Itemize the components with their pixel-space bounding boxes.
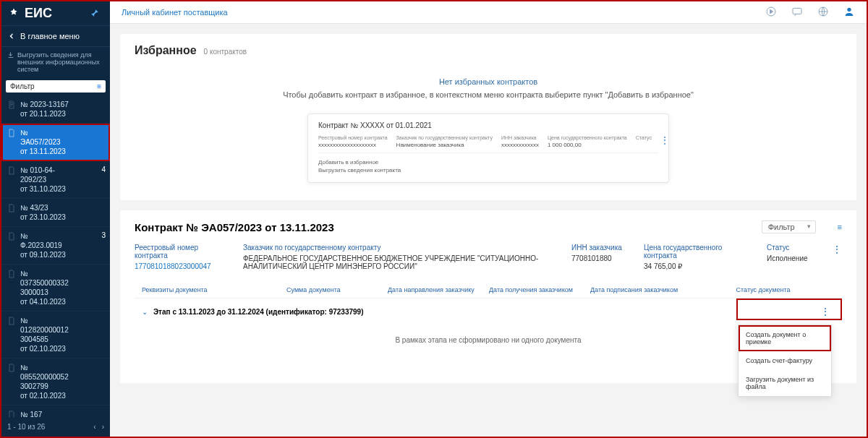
svg-rect-1 [793, 8, 801, 14]
document-icon [7, 410, 16, 417]
contract-item[interactable]: № 2023-13167от 20.11.2023 [1, 95, 110, 124]
document-icon [7, 316, 16, 326]
contract-item[interactable]: №Ф.2023.0019от 09.10.2023 3 [1, 227, 110, 265]
documents-table: Реквизиты документа Сумма документа Дата… [135, 282, 842, 373]
page-next[interactable]: › [102, 423, 104, 431]
globe-icon[interactable] [817, 6, 829, 19]
page-prev[interactable]: ‹ [93, 423, 95, 431]
document-icon [7, 128, 16, 138]
svg-point-3 [847, 8, 851, 12]
contract-info-row: Реестровый номер контракта 1770810188023… [135, 244, 842, 270]
favorites-count: 0 контрактов [204, 48, 247, 56]
stage-context-menu: Создать документ о приемке Создать счет-… [738, 325, 832, 397]
eagle-icon [7, 7, 20, 20]
contract-item[interactable]: № 43/23от 23.10.2023 [1, 199, 110, 227]
contract-item-active[interactable]: №ЭА057/2023от 13.11.2023 [1, 124, 110, 161]
pagination: 1 - 10 из 26 ‹ › [1, 417, 110, 437]
download-icon [7, 51, 14, 59]
document-icon [7, 166, 16, 176]
stage-row[interactable]: ⌄ Этап с 13.11.2023 до 31.12.2024 (идент… [135, 299, 842, 325]
more-icon[interactable]: ⋮ [660, 135, 669, 148]
chat-icon[interactable] [791, 6, 803, 19]
preview-context-menu: Добавить в избранное Выгрузить сведения … [318, 153, 658, 173]
menu-create-acceptance-doc[interactable]: Создать документ о приемке [739, 325, 831, 351]
main-area: Личный кабинет поставщика Избранное 0 ко… [110, 1, 867, 437]
app-title: ЕИС [25, 6, 52, 21]
contract-item[interactable]: № 010-64-2092/23от 31.10.2023 4 [1, 161, 110, 199]
document-icon [7, 231, 16, 241]
topbar: Личный кабинет поставщика [110, 1, 867, 24]
sidebar-filter[interactable]: Фильтр ≡ [6, 80, 106, 93]
menu-create-invoice[interactable]: Создать счет-фактуру [739, 351, 831, 370]
no-documents-text: В рамках этапа не сформировано ни одного… [135, 325, 842, 373]
menu-add-favorite[interactable]: Добавить в избранное [318, 159, 658, 166]
arrow-left-icon [7, 32, 16, 40]
export-info[interactable]: Выгрузить сведения для внешних информаци… [1, 47, 110, 77]
preview-title: Контракт № ХХХХХ от 01.01.2021 [318, 121, 658, 129]
favorites-empty: Нет избранных контрактов [135, 77, 842, 86]
contract-item[interactable]: №0128200000123004585от 02.10.2023 [1, 312, 110, 358]
registry-number-link[interactable]: 1770810188023000047 [135, 262, 211, 270]
chevron-down-icon: ⌄ [142, 308, 148, 316]
filter-lines-icon[interactable]: ≡ [838, 223, 842, 231]
contract-more-icon[interactable]: ⋮ [832, 244, 842, 255]
content: Избранное 0 контрактов Нет избранных кон… [110, 24, 867, 437]
favorites-title: Избранное [135, 44, 197, 57]
contract-item[interactable]: №0373500003323000013от 04.10.2023 [1, 265, 110, 312]
topbar-title: Личный кабинет поставщика [122, 8, 228, 17]
play-icon[interactable] [765, 6, 777, 19]
document-icon [7, 203, 16, 213]
contract-panel: Контракт № ЭА057/2023 от 13.11.2023 Филь… [120, 210, 856, 383]
user-icon[interactable] [843, 6, 855, 19]
document-icon [7, 100, 16, 110]
contract-item[interactable]: №0855200000523002799от 02.10.2023 [1, 358, 110, 405]
favorites-hint: Чтобы добавить контракт в избранное, в к… [135, 90, 842, 99]
preview-card: Контракт № ХХХХХ от 01.01.2021 Реестровы… [307, 113, 669, 183]
stage-more-icon[interactable]: ⋮ [816, 306, 835, 317]
pin-icon[interactable] [90, 8, 104, 20]
menu-export-contract[interactable]: Выгрузить сведения контракта [318, 167, 658, 173]
back-to-main-menu[interactable]: В главное меню [1, 25, 110, 47]
contract-filter-select[interactable]: Фильтр [762, 220, 816, 233]
contracts-list: № 2023-13167от 20.11.2023 №ЭА057/2023от … [1, 95, 110, 417]
document-icon [7, 363, 16, 373]
contract-item[interactable]: № 167от 25.09.2023 [1, 405, 110, 417]
contract-title: Контракт № ЭА057/2023 от 13.11.2023 [135, 221, 334, 233]
menu-upload-from-file[interactable]: Загрузить документ из файла [739, 370, 831, 396]
sidebar: ЕИС В главное меню Выгрузить сведения дл… [1, 1, 110, 437]
favorites-panel: Избранное 0 контрактов Нет избранных кон… [120, 34, 856, 200]
filter-icon: ≡ [97, 82, 101, 90]
app-header: ЕИС [1, 1, 110, 25]
documents-table-head: Реквизиты документа Сумма документа Дата… [135, 282, 842, 299]
document-icon [7, 269, 16, 279]
